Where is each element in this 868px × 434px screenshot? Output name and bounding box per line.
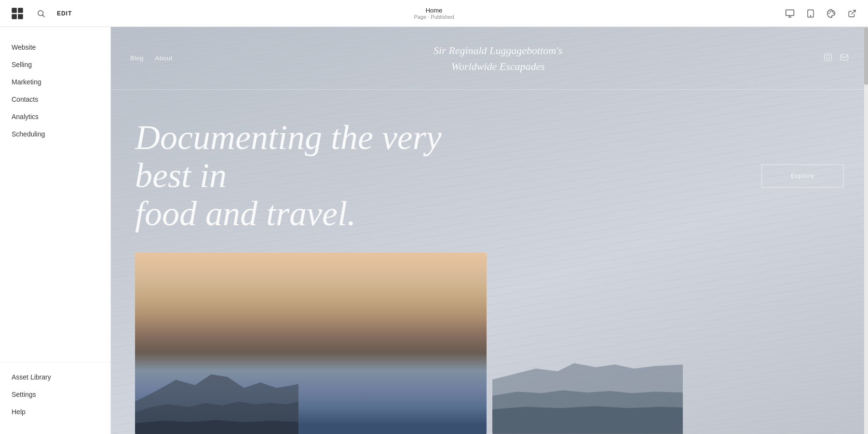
hero-top: Documenting the very best in food and tr…	[111, 90, 868, 253]
site-social-icons	[824, 53, 849, 64]
mountain-left-svg	[135, 353, 298, 434]
top-bar-left: EDIT	[10, 6, 72, 21]
instagram-icon[interactable]	[824, 53, 832, 64]
mountain-right-svg	[492, 325, 683, 434]
svg-rect-2	[12, 14, 16, 19]
svg-point-18	[829, 55, 830, 56]
sidebar-item-website[interactable]: Website	[0, 39, 110, 56]
edit-label: EDIT	[57, 10, 72, 17]
svg-marker-24	[492, 406, 683, 434]
page-status: Page · Published	[414, 14, 454, 20]
style-editor-button[interactable]	[825, 7, 838, 20]
sidebar: Website Selling Marketing Contacts Analy…	[0, 27, 111, 434]
svg-point-14	[833, 13, 834, 14]
svg-rect-3	[18, 14, 23, 19]
top-bar: EDIT Home Page · Published	[0, 0, 868, 27]
site-title: Sir Reginald Luggagebottom's Worldwide E…	[434, 42, 562, 74]
sidebar-item-asset-library[interactable]: Asset Library	[0, 368, 110, 386]
svg-marker-21	[135, 420, 298, 434]
tablet-view-button[interactable]	[804, 7, 817, 20]
sidebar-item-settings[interactable]: Settings	[0, 386, 110, 403]
site-header: Blog About Sir Reginald Luggagebottom's …	[111, 27, 868, 90]
website-preview: Blog About Sir Reginald Luggagebottom's …	[111, 27, 868, 434]
svg-point-12	[830, 11, 831, 13]
svg-rect-0	[12, 8, 16, 13]
svg-point-17	[826, 55, 830, 59]
site-nav: Blog About	[130, 54, 173, 62]
svg-point-4	[38, 11, 43, 16]
sidebar-item-contacts[interactable]: Contacts	[0, 91, 110, 108]
main-layout: Website Selling Marketing Contacts Analy…	[0, 27, 868, 434]
svg-line-5	[42, 15, 44, 17]
top-bar-right	[783, 7, 858, 20]
svg-rect-6	[786, 10, 794, 15]
image-card-right	[492, 253, 844, 434]
sidebar-item-help[interactable]: Help	[0, 403, 110, 420]
desktop-view-button[interactable]	[783, 7, 797, 20]
site-hero: Documenting the very best in food and tr…	[111, 90, 868, 434]
sidebar-item-marketing[interactable]: Marketing	[0, 73, 110, 91]
svg-point-13	[832, 11, 833, 13]
sidebar-item-analytics[interactable]: Analytics	[0, 108, 110, 125]
sidebar-nav: Website Selling Marketing Contacts Analy…	[0, 35, 110, 354]
hero-headline: Documenting the very best in food and tr…	[135, 119, 497, 233]
explore-button[interactable]: Explore	[761, 164, 844, 188]
svg-line-15	[852, 10, 855, 14]
email-icon[interactable]	[840, 53, 849, 64]
svg-rect-16	[824, 54, 831, 61]
page-title: Home	[414, 7, 454, 14]
content-area: Blog About Sir Reginald Luggagebottom's …	[111, 27, 868, 434]
image-grid	[111, 253, 868, 434]
search-button[interactable]	[35, 7, 47, 20]
external-link-button[interactable]	[846, 7, 858, 20]
svg-point-10	[810, 15, 811, 16]
site-nav-about[interactable]: About	[155, 54, 173, 62]
sidebar-item-selling[interactable]: Selling	[0, 56, 110, 73]
sidebar-bottom: Asset Library Settings Help	[0, 362, 110, 426]
squarespace-logo[interactable]	[10, 6, 25, 21]
top-bar-center: Home Page · Published	[414, 7, 454, 20]
sidebar-item-scheduling[interactable]: Scheduling	[0, 125, 110, 143]
svg-point-11	[828, 13, 830, 14]
site-nav-blog[interactable]: Blog	[130, 54, 144, 62]
svg-rect-1	[18, 8, 23, 13]
image-card-left	[135, 253, 487, 434]
